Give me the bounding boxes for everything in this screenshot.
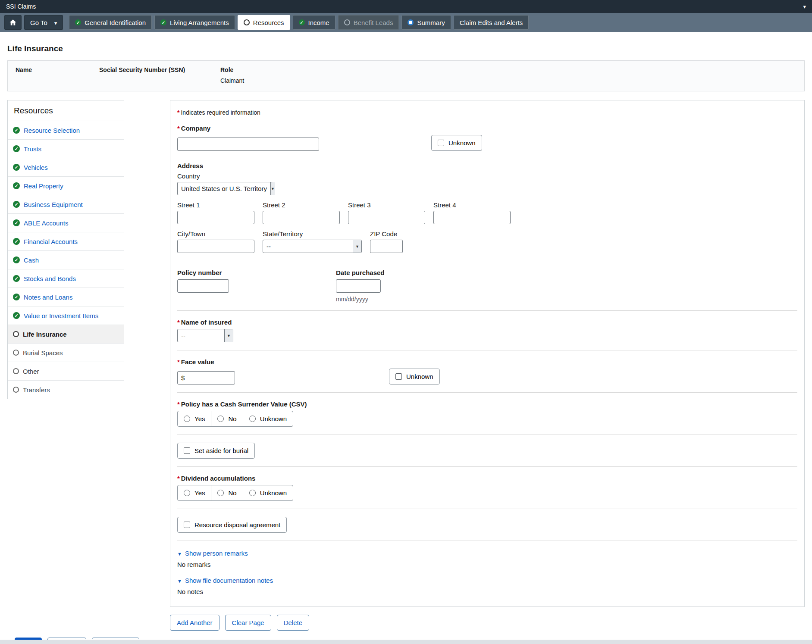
tab-general-identification[interactable]: General Identification bbox=[69, 15, 152, 30]
sidebar-item-transfers[interactable]: Transfers bbox=[8, 380, 124, 399]
csv-radio-no[interactable]: No bbox=[211, 411, 243, 427]
sidebar-item-resource-selection[interactable]: Resource Selection bbox=[8, 121, 124, 139]
link-label: Show person remarks bbox=[185, 550, 248, 557]
tab-label: Income bbox=[308, 19, 329, 26]
dividend-radio-no[interactable]: No bbox=[211, 485, 243, 501]
radio-selected-icon bbox=[408, 19, 414, 25]
sidebar-item-business-equipment[interactable]: Business Equipment bbox=[8, 195, 124, 213]
street2-input[interactable] bbox=[263, 211, 340, 224]
face-value-label: Face value bbox=[181, 358, 214, 366]
state-selected-value: -- bbox=[263, 240, 353, 253]
sidebar-item-life-insurance[interactable]: Life Insurance bbox=[8, 325, 124, 343]
tab-resources[interactable]: Resources bbox=[238, 15, 290, 30]
life-insurance-form: *Indicates required information *Company… bbox=[170, 100, 805, 607]
name-of-insured-selected-value: -- bbox=[178, 329, 224, 342]
home-button[interactable] bbox=[4, 15, 22, 30]
sidebar-item-vehicles[interactable]: Vehicles bbox=[8, 158, 124, 176]
main-nav: Go To General Identification Living Arra… bbox=[0, 13, 812, 32]
name-of-insured-select[interactable]: -- bbox=[177, 329, 233, 342]
sidebar-item-able-accounts[interactable]: ABLE Accounts bbox=[8, 213, 124, 232]
sidebar-item-other[interactable]: Other bbox=[8, 362, 124, 380]
tab-summary[interactable]: Summary bbox=[401, 15, 451, 30]
csv-radio-yes[interactable]: Yes bbox=[177, 411, 211, 427]
sidebar-item-cash[interactable]: Cash bbox=[8, 250, 124, 269]
sidebar-item-notes-and-loans[interactable]: Notes and Loans bbox=[8, 288, 124, 306]
required-asterisk: * bbox=[177, 109, 179, 116]
sidebar-item-value-or-investment-items[interactable]: Value or Investment Items bbox=[8, 306, 124, 325]
country-label: Country bbox=[177, 172, 797, 180]
form-actions: Add Another Clear Page Delete bbox=[170, 615, 805, 631]
ssn-label: Social Security Number (SSN) bbox=[99, 66, 220, 73]
dropdown-arrow-icon bbox=[270, 182, 275, 195]
goto-dropdown[interactable]: Go To bbox=[24, 15, 63, 30]
company-input[interactable] bbox=[177, 138, 319, 151]
show-person-remarks-link[interactable]: Show person remarks bbox=[177, 550, 248, 557]
tab-living-arrangements[interactable]: Living Arrangements bbox=[154, 15, 235, 30]
date-format-hint: mm/dd/yyyy bbox=[336, 296, 385, 303]
sidebar-item-burial-spaces[interactable]: Burial Spaces bbox=[8, 343, 124, 362]
tab-income[interactable]: Income bbox=[293, 15, 335, 30]
set-aside-label: Set aside for burial bbox=[194, 447, 248, 454]
dropdown-arrow-icon bbox=[353, 240, 361, 253]
face-value-unknown-checkbox[interactable]: Unknown bbox=[389, 369, 440, 385]
role-label: Role bbox=[220, 66, 804, 73]
sidebar-item-stocks-and-bonds[interactable]: Stocks and Bonds bbox=[8, 269, 124, 288]
required-asterisk: * bbox=[177, 358, 180, 366]
show-file-notes-link[interactable]: Show file documentation notes bbox=[177, 577, 273, 584]
zip-input[interactable] bbox=[370, 240, 403, 253]
add-another-button[interactable]: Add Another bbox=[170, 615, 219, 631]
resource-disposal-checkbox[interactable]: Resource disposal agreement bbox=[177, 517, 287, 533]
street4-label: Street 4 bbox=[433, 201, 511, 209]
sidebar-item-real-property[interactable]: Real Property bbox=[8, 176, 124, 195]
delete-button[interactable]: Delete bbox=[277, 615, 309, 631]
city-field: City/Town bbox=[177, 230, 254, 253]
required-note-text: Indicates required information bbox=[181, 109, 260, 116]
divider bbox=[177, 435, 797, 435]
dividend-radio-unknown[interactable]: Unknown bbox=[243, 485, 294, 501]
chevron-down-icon bbox=[177, 577, 182, 584]
radio-icon bbox=[184, 490, 190, 496]
policy-number-input[interactable] bbox=[177, 279, 229, 293]
tab-claim-edits-alerts[interactable]: Claim Edits and Alerts bbox=[454, 15, 529, 30]
dividend-label: Dividend accumulations bbox=[181, 475, 256, 482]
person-role-column: Role Claimant bbox=[220, 66, 804, 84]
app-title: SSI Claims bbox=[6, 3, 36, 10]
radio-icon bbox=[249, 416, 256, 422]
state-label: State/Territory bbox=[263, 230, 362, 238]
face-value-input-wrap: $ bbox=[177, 371, 235, 385]
csv-radio-unknown[interactable]: Unknown bbox=[243, 411, 294, 427]
goto-label: Go To bbox=[30, 19, 47, 26]
city-input[interactable] bbox=[177, 240, 254, 253]
required-asterisk: * bbox=[177, 125, 180, 132]
clear-page-button[interactable]: Clear Page bbox=[225, 615, 271, 631]
state-select[interactable]: -- bbox=[263, 240, 362, 253]
disposal-field: Resource disposal agreement bbox=[177, 517, 797, 533]
check-circle-icon bbox=[13, 312, 20, 319]
divider bbox=[177, 466, 797, 467]
street3-input[interactable] bbox=[348, 211, 425, 224]
sidebar-item-label: Trusts bbox=[24, 145, 41, 153]
country-select[interactable]: United States or U.S. Territory bbox=[177, 182, 273, 195]
currency-prefix: $ bbox=[181, 374, 185, 381]
street4-input[interactable] bbox=[433, 211, 511, 224]
dividend-radio-yes[interactable]: Yes bbox=[177, 485, 211, 501]
sidebar-item-label: Stocks and Bonds bbox=[24, 275, 76, 282]
set-aside-burial-checkbox[interactable]: Set aside for burial bbox=[177, 443, 255, 459]
sidebar-item-financial-accounts[interactable]: Financial Accounts bbox=[8, 232, 124, 250]
company-unknown-checkbox[interactable]: Unknown bbox=[431, 135, 482, 151]
check-circle-icon bbox=[13, 201, 20, 208]
street3-label: Street 3 bbox=[348, 201, 425, 209]
check-circle-icon bbox=[75, 19, 81, 25]
face-value-input[interactable] bbox=[186, 374, 231, 381]
street1-input[interactable] bbox=[177, 211, 254, 224]
date-purchased-input[interactable] bbox=[336, 279, 381, 293]
dividend-field: *Dividend accumulations Yes No Unknown bbox=[177, 475, 797, 501]
collapse-caret-icon[interactable] bbox=[803, 3, 806, 10]
check-circle-icon bbox=[13, 145, 20, 152]
sidebar-item-trusts[interactable]: Trusts bbox=[8, 139, 124, 158]
policy-number-label: Policy number bbox=[177, 269, 229, 276]
check-circle-icon bbox=[13, 127, 20, 134]
radio-label: Unknown bbox=[260, 415, 287, 422]
check-circle-icon bbox=[13, 219, 20, 226]
set-aside-field: Set aside for burial bbox=[177, 443, 797, 459]
